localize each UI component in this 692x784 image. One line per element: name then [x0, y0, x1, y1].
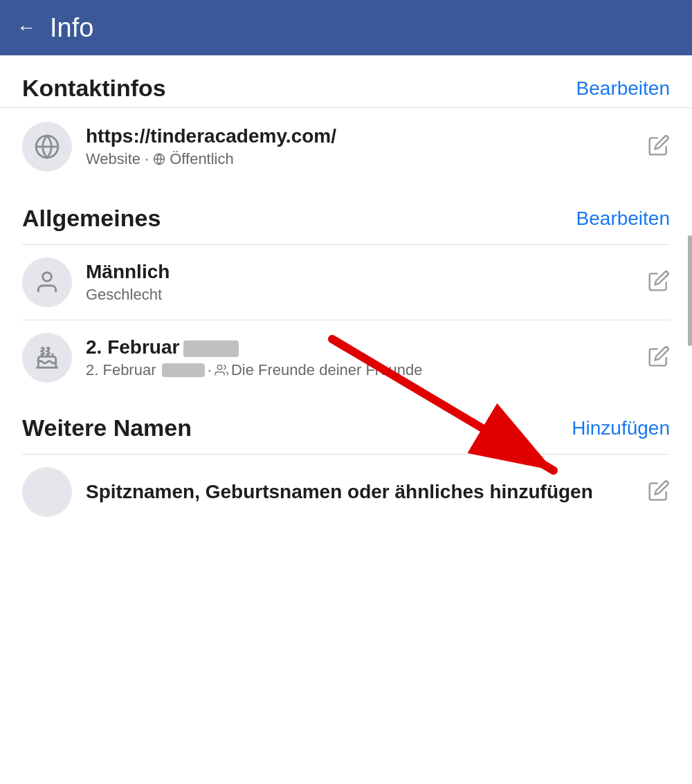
cake-icon: [34, 345, 60, 371]
globe-icon: [34, 134, 60, 160]
page-title: Info: [50, 13, 93, 43]
page-content: Kontaktinfos Bearbeiten https://tinderac…: [0, 55, 692, 529]
svg-point-5: [217, 365, 222, 370]
website-content: https://tinderacademy.com/ Website · Öff…: [86, 125, 637, 168]
website-label: Website: [86, 150, 140, 168]
nickname-placeholder-text: Spitznamen, Geburtsnamen oder ähnliches …: [86, 479, 637, 505]
website-url: https://tinderacademy.com/: [86, 125, 637, 147]
allgemeines-section: Allgemeines Bearbeiten Männlich Geschlec…: [0, 185, 692, 395]
allgemeines-section-header: Allgemeines Bearbeiten: [22, 205, 670, 232]
globe-icon-wrap: [22, 122, 72, 172]
website-privacy: Öffentlich: [170, 150, 234, 168]
svg-point-4: [43, 273, 52, 282]
kontaktinfos-title: Kontaktinfos: [22, 75, 166, 102]
geschlecht-list-item: Männlich Geschlecht: [22, 244, 670, 320]
friends-icon: [215, 363, 228, 377]
geschlecht-label: Geschlecht: [86, 286, 637, 304]
birthday-secondary: 2. Februar ████ · Die Freunde deiner Fre…: [86, 361, 637, 379]
weitere-namen-title: Weitere Namen: [22, 414, 192, 441]
cake-icon-wrap: [22, 333, 72, 383]
website-sub: Website · Öffentlich: [86, 150, 637, 168]
website-list-item: https://tinderacademy.com/ Website · Öff…: [0, 107, 692, 185]
privacy-globe-icon: [153, 153, 165, 165]
person-icon-wrap: [22, 257, 72, 307]
birthday-primary: 2. Februar████: [86, 336, 637, 358]
pencil-icon: [648, 134, 670, 156]
nickname-icon-wrap: [22, 467, 72, 517]
website-edit-button[interactable]: [648, 134, 670, 159]
weitere-namen-section: Weitere Namen Hinzufügen Spitznamen, Geb…: [0, 395, 692, 529]
kontaktinfos-bearbeiten-button[interactable]: Bearbeiten: [576, 78, 670, 100]
pencil-icon-birthday: [648, 345, 670, 367]
geschlecht-edit-button[interactable]: [648, 270, 670, 295]
pencil-icon-geschlecht: [648, 270, 670, 292]
birthday-privacy-text: Die Freunde deiner Freunde: [231, 361, 422, 379]
birthday-list-item: 2. Februar████ 2. Februar ████ · Die Fre…: [22, 320, 670, 395]
weitere-namen-header: Weitere Namen Hinzufügen: [22, 414, 670, 441]
dot-separator: ·: [145, 150, 149, 168]
back-button[interactable]: ←: [17, 17, 36, 39]
kontaktinfos-section-header: Kontaktinfos Bearbeiten: [0, 55, 692, 107]
maennlich-label: Männlich: [86, 261, 637, 283]
birthday-edit-button[interactable]: [648, 345, 670, 370]
pencil-icon-nickname: [648, 480, 670, 502]
dot-sep2: ·: [208, 361, 212, 379]
allgemeines-bearbeiten-button[interactable]: Bearbeiten: [576, 208, 670, 230]
birthday-content: 2. Februar████ 2. Februar ████ · Die Fre…: [86, 336, 637, 379]
scrollbar[interactable]: [688, 235, 692, 346]
nickname-list-item: Spitznamen, Geburtsnamen oder ähnliches …: [22, 454, 670, 529]
nickname-edit-button[interactable]: [648, 480, 670, 504]
weitere-namen-hinzufuegen-button[interactable]: Hinzufügen: [572, 417, 670, 439]
geschlecht-content: Männlich Geschlecht: [86, 261, 637, 304]
header: ← Info: [0, 0, 692, 55]
person-icon: [34, 269, 60, 295]
allgemeines-title: Allgemeines: [22, 205, 161, 232]
